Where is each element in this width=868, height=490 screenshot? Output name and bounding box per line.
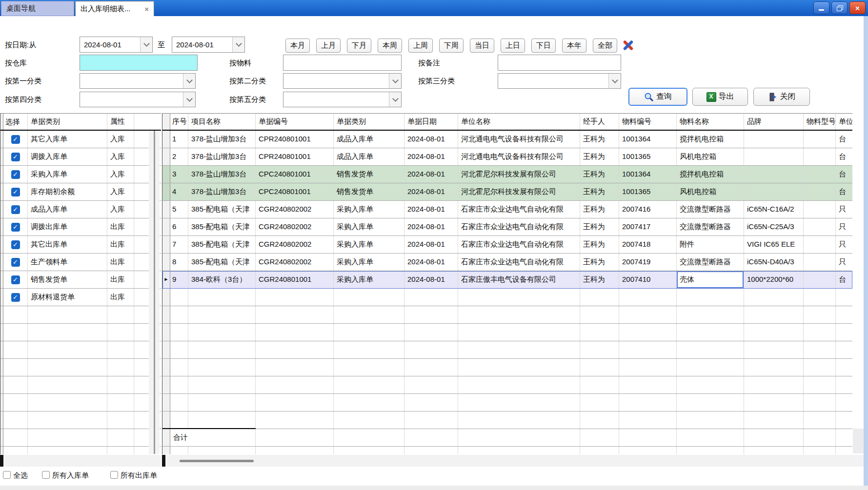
cell-handler: 王科为	[580, 166, 619, 183]
doc-type-row[interactable]: ✓库存期初余额入库	[0, 183, 161, 201]
main-header-cell: 序号	[170, 114, 188, 130]
chevron-down-icon[interactable]	[183, 92, 195, 107]
doc-type-checkbox[interactable]: ✓	[11, 205, 20, 214]
doc-type-row[interactable]: ✓销售发货单出库	[0, 271, 161, 289]
chevron-down-icon[interactable]	[389, 92, 401, 107]
quick-range-button[interactable]: 下日	[531, 39, 556, 53]
material-input[interactable]	[283, 55, 402, 71]
checkbox-cell: ✓	[3, 254, 28, 271]
quick-range-button[interactable]: 下周	[439, 39, 464, 53]
doc-type-checkbox[interactable]: ✓	[11, 293, 20, 302]
main-header-cell: 品牌	[744, 114, 804, 130]
class5-select[interactable]	[283, 92, 402, 107]
left-horizontal-scrollbar[interactable]	[0, 455, 161, 467]
chevron-down-icon[interactable]	[608, 74, 621, 88]
class4-select[interactable]	[80, 92, 196, 107]
doc-type-checkbox[interactable]: ✓	[11, 188, 20, 196]
detail-row[interactable]: 4378-盐山增加3台CPC240801001销售发货单2024-08-01河北…	[162, 183, 852, 201]
cell-doc_type: 成品入库单	[334, 131, 404, 148]
doc-type-row[interactable]: ✓采购入库单入库	[0, 166, 161, 183]
doc-type-checkbox[interactable]: ✓	[11, 223, 20, 232]
chevron-down-icon[interactable]	[389, 74, 401, 88]
doc-type-checkbox[interactable]: ✓	[11, 275, 20, 284]
doc-attribute-cell: 出库	[107, 236, 134, 253]
close-form-button[interactable]: 关闭	[753, 88, 810, 106]
scrollbar-thumb[interactable]	[180, 460, 254, 462]
main-horizontal-scrollbar[interactable]	[162, 455, 864, 467]
cell-brand: 1000*2200*60	[744, 271, 804, 288]
quick-range-button[interactable]: 本年	[562, 39, 586, 53]
cell-material_no: 1001364	[619, 166, 677, 183]
cell-model	[804, 271, 836, 288]
cell-material_no: 2007418	[619, 236, 677, 253]
quick-range-button[interactable]: 本周	[378, 39, 402, 53]
cell-date: 2024-08-01	[404, 183, 458, 200]
doc-type-row[interactable]: ✓其它入库单入库	[0, 131, 161, 148]
tab-desktop-nav[interactable]: 桌面导航	[1, 1, 74, 16]
chevron-down-icon[interactable]	[183, 74, 195, 88]
left-vertical-scrollbar[interactable]	[149, 131, 160, 454]
detail-row[interactable]: 1378-盐山增加3台CPR240801001成品入库单2024-08-01河北…	[162, 131, 852, 148]
cell-company: 河北霍尼尔科技发展有限公司	[458, 166, 580, 183]
all-outbound-label: 所有出库单	[121, 471, 157, 480]
cell-doc_no: CGR240802002	[256, 236, 334, 253]
select-all-checkbox[interactable]	[3, 471, 11, 479]
tab-label: 桌面导航	[6, 4, 36, 13]
date-from-combo[interactable]: 2024-08-01	[80, 37, 153, 53]
quick-range-button[interactable]: 本月	[285, 39, 310, 53]
export-button[interactable]: X 导出	[692, 88, 748, 106]
doc-type-row[interactable]: ✓调拨入库单入库	[0, 148, 161, 166]
chevron-down-icon[interactable]	[232, 37, 244, 52]
quick-range-button[interactable]: 全部	[593, 39, 617, 53]
detail-row[interactable]: 8385-配电箱（天津CGR240802002采购入库单2024-08-01石家…	[162, 254, 852, 271]
remark-input[interactable]	[498, 55, 621, 71]
detail-row[interactable]: 3378-盐山增加3台CPC240801001销售发货单2024-08-01河北…	[162, 166, 852, 183]
chevron-down-icon[interactable]	[140, 37, 152, 52]
doc-type-checkbox[interactable]: ✓	[11, 170, 20, 179]
row-indicator	[162, 254, 170, 271]
all-inbound-checkbox[interactable]	[42, 471, 50, 479]
filter-tools-icon[interactable]	[621, 38, 635, 53]
quick-range-button[interactable]: 上日	[501, 39, 525, 53]
doc-type-checkbox[interactable]: ✓	[11, 153, 20, 161]
empty-row	[0, 394, 161, 412]
restore-button[interactable]	[831, 1, 848, 14]
detail-row[interactable]: 7385-配电箱（天津CGR240802002采购入库单2024-08-01石家…	[162, 236, 852, 254]
class3-select[interactable]	[498, 73, 621, 89]
cell-date: 2024-08-01	[404, 148, 458, 165]
main-header-cell: 经手人	[580, 114, 619, 130]
doc-type-row[interactable]: ✓成品入库单入库	[0, 201, 161, 218]
doc-type-checkbox[interactable]: ✓	[11, 258, 20, 267]
close-button[interactable]: ×	[849, 1, 866, 14]
doc-type-row[interactable]: ✓调拨出库单出库	[0, 218, 161, 236]
quick-range-button[interactable]: 当日	[470, 39, 494, 53]
doc-type-row[interactable]: ✓其它出库单出库	[0, 236, 161, 254]
cell-model	[804, 254, 836, 271]
left-header-cell: 单据类别	[28, 114, 107, 130]
minimize-button[interactable]	[813, 1, 829, 14]
close-icon: ×	[855, 4, 860, 12]
cell-date: 2024-08-01	[404, 271, 458, 288]
tab-close-icon[interactable]: ×	[141, 5, 149, 13]
cell-material_name[interactable]: 壳体	[677, 271, 744, 288]
quick-range-button[interactable]: 上月	[316, 39, 341, 53]
doc-type-row[interactable]: ✓生产领料单出库	[0, 254, 161, 271]
doc-type-rows: ✓其它入库单入库✓调拨入库单入库✓采购入库单入库✓库存期初余额入库✓成品入库单入…	[0, 131, 161, 454]
warehouse-input[interactable]	[80, 55, 198, 71]
quick-range-button[interactable]: 下月	[347, 39, 371, 53]
cell-no: 3	[170, 166, 188, 183]
all-outbound-checkbox[interactable]	[110, 471, 118, 479]
query-button[interactable]: 查询	[628, 88, 687, 106]
detail-row[interactable]: 2378-盐山增加3台CPR240801001成品入库单2024-08-01河北…	[162, 148, 852, 166]
doc-type-row[interactable]: ✓原材料退货单出库	[0, 289, 161, 306]
detail-row[interactable]: 5385-配电箱（天津CGR240802002采购入库单2024-08-01石家…	[162, 201, 852, 218]
class2-select[interactable]	[283, 73, 402, 89]
doc-type-checkbox[interactable]: ✓	[11, 135, 20, 144]
detail-row[interactable]: 6385-配电箱（天津CGR240802002采购入库单2024-08-01石家…	[162, 218, 852, 236]
doc-type-checkbox[interactable]: ✓	[11, 240, 20, 249]
detail-row[interactable]: ►9384-欧科（3台）CGR240801001采购入库单2024-08-01石…	[162, 271, 852, 289]
quick-range-button[interactable]: 上周	[408, 39, 433, 53]
tab-inout-detail[interactable]: 出入库明细表... ×	[75, 1, 154, 16]
date-to-combo[interactable]: 2024-08-01	[172, 37, 245, 53]
class1-select[interactable]	[80, 73, 196, 89]
